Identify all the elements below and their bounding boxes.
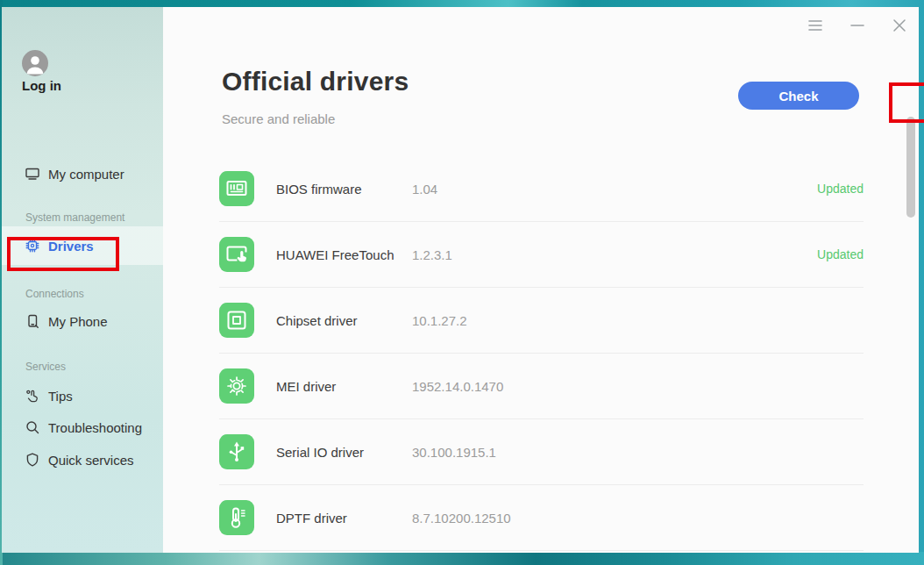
driver-name: BIOS firmware xyxy=(276,182,412,197)
driver-row: Chipset driver 10.1.27.2 xyxy=(219,288,864,354)
sidebar-section-services: Services xyxy=(25,361,66,373)
driver-name: MEI driver xyxy=(276,379,412,394)
page-title: Official drivers xyxy=(222,67,409,97)
mei-icon xyxy=(219,368,254,404)
shield-icon xyxy=(25,452,40,468)
minimize-icon[interactable] xyxy=(849,17,866,34)
driver-name: DPTF driver xyxy=(276,511,412,526)
chipset-icon xyxy=(219,303,254,338)
user-avatar-icon xyxy=(22,64,48,76)
sidebar: Log in My computer System management Dri… xyxy=(2,7,163,553)
menu-icon[interactable] xyxy=(807,17,824,34)
scrollbar-thumb[interactable] xyxy=(906,117,915,218)
driver-list: BIOS firmware 1.04 Updated HUAWEI FreeTo… xyxy=(219,156,864,551)
main-content: Official drivers Secure and reliable Che… xyxy=(163,7,919,553)
page-subtitle: Secure and reliable xyxy=(222,111,335,126)
sidebar-item-label: My computer xyxy=(48,167,124,182)
screen: Log in My computer System management Dri… xyxy=(0,0,924,565)
window-controls xyxy=(807,17,908,34)
driver-version: 30.100.1915.1 xyxy=(412,445,864,460)
sidebar-item-label: My Phone xyxy=(48,314,108,329)
sidebar-item-quick-services[interactable]: Quick services xyxy=(2,447,163,472)
chip-icon xyxy=(25,238,40,254)
sidebar-item-label: Quick services xyxy=(48,453,134,468)
search-icon xyxy=(25,419,40,435)
check-button[interactable]: Check xyxy=(738,82,859,110)
driver-version: 1952.14.0.1470 xyxy=(412,379,864,394)
sidebar-item-my-computer[interactable]: My computer xyxy=(2,161,163,186)
sidebar-section-connections: Connections xyxy=(25,288,84,300)
driver-row: HUAWEI FreeTouch 1.2.3.1 Updated xyxy=(219,222,864,288)
computer-icon xyxy=(25,166,40,182)
driver-version: 8.7.10200.12510 xyxy=(412,511,864,526)
sidebar-item-tips[interactable]: Tips xyxy=(2,383,163,408)
driver-version: 1.2.3.1 xyxy=(412,247,817,262)
annotation-box-check xyxy=(889,82,924,123)
tips-icon xyxy=(25,388,40,404)
driver-name: HUAWEI FreeTouch xyxy=(276,247,412,262)
dptf-icon xyxy=(219,500,254,535)
serial-io-icon xyxy=(219,434,254,469)
driver-version: 10.1.27.2 xyxy=(412,313,864,328)
close-icon[interactable] xyxy=(891,17,908,34)
touchpad-icon xyxy=(219,237,254,272)
sidebar-item-label: Tips xyxy=(48,389,73,404)
driver-row: MEI driver 1952.14.0.1470 xyxy=(219,354,864,419)
driver-row: DPTF driver 8.7.10200.12510 xyxy=(219,485,864,551)
driver-row: BIOS firmware 1.04 Updated xyxy=(219,156,864,222)
sidebar-item-label: Drivers xyxy=(48,239,94,254)
driver-version: 1.04 xyxy=(412,182,817,197)
user-avatar[interactable] xyxy=(22,50,48,76)
pc-manager-window: Log in My computer System management Dri… xyxy=(2,7,919,553)
sidebar-section-system: System management xyxy=(25,211,124,224)
sidebar-item-troubleshooting[interactable]: Troubleshooting xyxy=(2,415,163,440)
bios-icon xyxy=(219,171,254,206)
driver-name: Chipset driver xyxy=(276,313,412,328)
driver-status: Updated xyxy=(817,247,864,261)
driver-name: Serial IO driver xyxy=(276,445,412,460)
phone-icon xyxy=(25,313,40,329)
driver-row: Serial IO driver 30.100.1915.1 xyxy=(219,419,864,485)
driver-status: Updated xyxy=(817,182,864,196)
sidebar-item-label: Troubleshooting xyxy=(48,420,142,435)
login-button[interactable]: Log in xyxy=(22,78,61,93)
sidebar-item-drivers[interactable]: Drivers xyxy=(2,226,163,265)
sidebar-item-my-phone[interactable]: My Phone xyxy=(2,309,163,333)
